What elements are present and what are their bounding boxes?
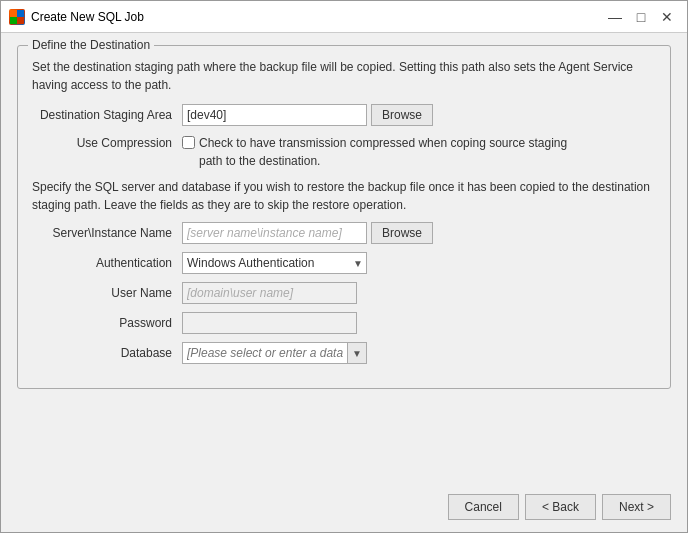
database-input-wrapper: ▼ <box>182 342 367 364</box>
title-controls: — □ ✕ <box>603 7 679 27</box>
server-instance-label: Server\Instance Name <box>32 226 182 240</box>
main-content: Define the Destination Set the destinati… <box>1 33 687 486</box>
server-instance-row: Server\Instance Name Browse <box>32 222 656 244</box>
footer: Cancel < Back Next > <box>1 486 687 532</box>
database-input[interactable] <box>182 342 347 364</box>
user-name-label: User Name <box>32 286 182 300</box>
destination-staging-row: Destination Staging Area Browse <box>32 104 656 126</box>
cancel-button[interactable]: Cancel <box>448 494 519 520</box>
password-label: Password <box>32 316 182 330</box>
use-compression-description: Check to have transmission compressed wh… <box>199 134 579 170</box>
password-input[interactable] <box>182 312 357 334</box>
use-compression-label: Use Compression <box>32 134 182 150</box>
authentication-select-wrapper: Windows Authentication SQL Server Authen… <box>182 252 367 274</box>
title-bar: Create New SQL Job — □ ✕ <box>1 1 687 33</box>
minimize-button[interactable]: — <box>603 7 627 27</box>
close-button[interactable]: ✕ <box>655 7 679 27</box>
use-compression-row: Use Compression Check to have transmissi… <box>32 134 656 170</box>
group-box-title: Define the Destination <box>28 38 154 52</box>
title-bar-left: Create New SQL Job <box>9 9 144 25</box>
user-name-row: User Name <box>32 282 656 304</box>
server-instance-input[interactable] <box>182 222 367 244</box>
server-browse-button[interactable]: Browse <box>371 222 433 244</box>
use-compression-area: Check to have transmission compressed wh… <box>182 134 579 170</box>
back-button[interactable]: < Back <box>525 494 596 520</box>
database-dropdown-button[interactable]: ▼ <box>347 342 367 364</box>
svg-rect-3 <box>17 17 24 24</box>
database-row: Database ▼ <box>32 342 656 364</box>
sql-job-icon <box>9 9 25 25</box>
maximize-button[interactable]: □ <box>629 7 653 27</box>
use-compression-checkbox[interactable] <box>182 136 195 149</box>
authentication-row: Authentication Windows Authentication SQ… <box>32 252 656 274</box>
destination-staging-label: Destination Staging Area <box>32 108 182 122</box>
svg-rect-2 <box>10 17 17 24</box>
authentication-label: Authentication <box>32 256 182 270</box>
destination-browse-button[interactable]: Browse <box>371 104 433 126</box>
section-description: Specify the SQL server and database if y… <box>32 178 656 214</box>
user-name-input[interactable] <box>182 282 357 304</box>
svg-rect-1 <box>17 10 24 17</box>
password-row: Password <box>32 312 656 334</box>
svg-rect-0 <box>10 10 17 17</box>
window-title: Create New SQL Job <box>31 10 144 24</box>
next-button[interactable]: Next > <box>602 494 671 520</box>
main-description: Set the destination staging path where t… <box>32 58 656 94</box>
database-label: Database <box>32 346 182 360</box>
authentication-select[interactable]: Windows Authentication SQL Server Authen… <box>182 252 367 274</box>
destination-staging-input[interactable] <box>182 104 367 126</box>
main-window: Create New SQL Job — □ ✕ Define the Dest… <box>0 0 688 533</box>
define-destination-group: Define the Destination Set the destinati… <box>17 45 671 389</box>
